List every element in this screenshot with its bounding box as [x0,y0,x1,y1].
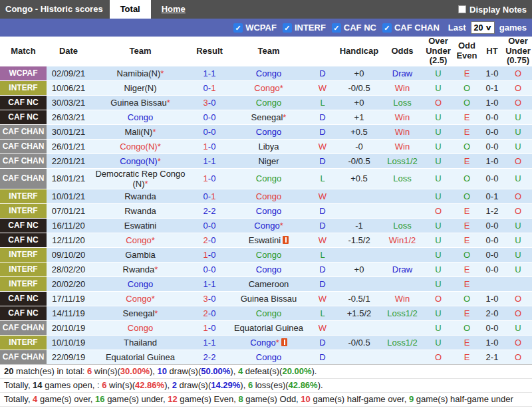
tab-home[interactable]: Home [151,0,196,19]
away-team-name[interactable]: Congo [256,206,281,216]
table-row: CAF NC26/03/21Congo0-0Senegal*D+1WinUE0-… [0,110,532,124]
over-under-25-result: U [423,335,454,350]
home-score: 3 [203,294,208,304]
odd-even-result: E [454,124,480,139]
odds-result: Win [382,291,423,306]
over-under-075-result: O [504,335,532,350]
result-letter: D [309,154,336,168]
away-team-name[interactable]: Guinea Bissau [241,294,297,304]
away-score: 0 [211,250,215,260]
matches-table: Match Date Team Result Team Handicap Odd… [0,37,532,364]
home-team-name[interactable]: Congo(N) [120,142,157,152]
home-team-name[interactable]: Equatorial Guinea [106,352,175,362]
away-team-name[interactable]: Congo [256,127,281,137]
summary-segment: defeat(s)( [243,366,282,376]
away-team-name[interactable]: Congo [256,98,281,108]
home-team-name[interactable]: Congo [126,235,151,245]
home-team-name[interactable]: Mali(N) [125,127,153,137]
away-team: Congo [229,124,309,139]
home-team-name[interactable]: Niger(N) [124,83,156,93]
over-under-25-result: U [423,276,454,291]
away-team-name[interactable]: Congo [254,221,279,231]
column-header-ht: HT [480,37,504,66]
over-under-075-result [504,276,532,291]
away-team-name[interactable]: Congo [256,308,281,318]
away-team: Congo [229,95,309,110]
result-letter: W [309,291,336,306]
odd-even-result: E [454,262,480,276]
filter-item-caf-nc: ✓CAF NC [332,23,376,33]
match-date: 10/01/21 [47,189,90,203]
home-team-name[interactable]: Gambia [125,250,156,260]
over-under-075-result: U [504,124,532,139]
home-team-name[interactable]: Congo [128,112,153,122]
home-team-name[interactable]: Eswatini [124,221,156,231]
star-marker: * [280,83,283,93]
games-count-select[interactable]: 20 ∨ [471,21,495,34]
home-team: Rwanda* [90,262,190,276]
away-team-name[interactable]: Congo [256,68,281,78]
match-result: 3-0 [190,291,229,306]
tab-total[interactable]: Total [110,0,151,19]
home-team-name[interactable]: Guinea Bissau [110,98,167,108]
handicap-value [336,247,382,262]
home-team-name[interactable]: Congo [128,279,153,289]
table-row: WCPAF02/09/21Namibia(N)*1-1CongoD+0DrawU… [0,66,532,80]
away-team-name[interactable]: Equatorial Guinea [234,323,303,333]
table-row: CAF CHAN18/01/21Democratic Rep Congo (N)… [0,168,532,189]
away-team-name[interactable]: Niger [258,156,279,166]
over-under-075-result: U [504,262,532,276]
away-team-name[interactable]: Eswatini [249,235,281,245]
away-team-name[interactable]: Congo [256,173,281,183]
home-team-name[interactable]: Senegal [123,308,155,318]
away-team-name[interactable]: Congo [256,250,281,260]
away-team-name[interactable]: Congo [254,83,279,93]
home-team-name[interactable]: Thailand [124,338,157,348]
away-team-name[interactable]: Congo [256,191,281,201]
over-under-075-result: O [504,80,532,95]
away-team-name[interactable]: Congo [256,352,281,362]
home-team-name[interactable]: Rwanda [124,191,156,201]
away-team: Senegal* [229,110,309,124]
away-team-name[interactable]: Senegal [251,112,283,122]
home-team-name[interactable]: Rwanda [124,206,156,216]
match-result: 1-0 [190,320,229,335]
match-date: 20/10/19 [47,320,90,335]
away-team-name[interactable]: Libya [258,142,279,152]
checkbox-checked-icon[interactable]: ✓ [332,23,341,33]
home-team-name[interactable]: Democratic Rep Congo (N) [95,169,185,189]
table-row: INTERF09/10/20Gambia1-0CongoLUO0-0U [0,247,532,262]
checkbox-checked-icon[interactable]: ✓ [283,23,292,33]
over-under-25-result: U [423,110,454,124]
away-team-name[interactable]: Congo [256,264,281,274]
away-team-name[interactable]: Congo [250,338,275,348]
red-card-icon [281,338,287,346]
home-team-name[interactable]: Congo(N) [120,156,157,166]
display-notes-checkbox[interactable] [458,5,466,13]
home-team-name[interactable]: Rwanda [123,264,155,274]
result-letter: D [309,66,336,80]
over-under-075-result: O [504,306,532,320]
checkbox-checked-icon[interactable]: ✓ [382,23,392,33]
away-score: 0 [211,235,215,245]
checkbox-checked-icon[interactable]: ✓ [233,23,243,33]
summary-segment: 20 [4,366,13,376]
away-team-name[interactable]: Cameroon [249,279,289,289]
summary-segment: game(s) half-game under [414,394,513,404]
summary-segment: draw(s)( [177,380,211,390]
result-letter: D [309,124,336,139]
home-team-name[interactable]: Namibia(N) [117,68,161,78]
handicap-value: -0/0.5 [336,154,382,168]
chevron-down-icon: ∨ [485,24,492,31]
away-score: 0 [211,142,215,152]
ht-score: 1-2 [480,203,504,218]
away-score: 2 [211,206,215,216]
match-date: 10/10/19 [47,335,90,350]
away-score: 0 [211,112,215,122]
odd-even-result: E [454,306,480,320]
away-team: Congo [229,168,309,189]
match-result: 2-2 [190,203,229,218]
match-competition-badge: INTERF [0,189,47,203]
home-team-name[interactable]: Congo [128,323,153,333]
home-team-name[interactable]: Congo [126,294,151,304]
